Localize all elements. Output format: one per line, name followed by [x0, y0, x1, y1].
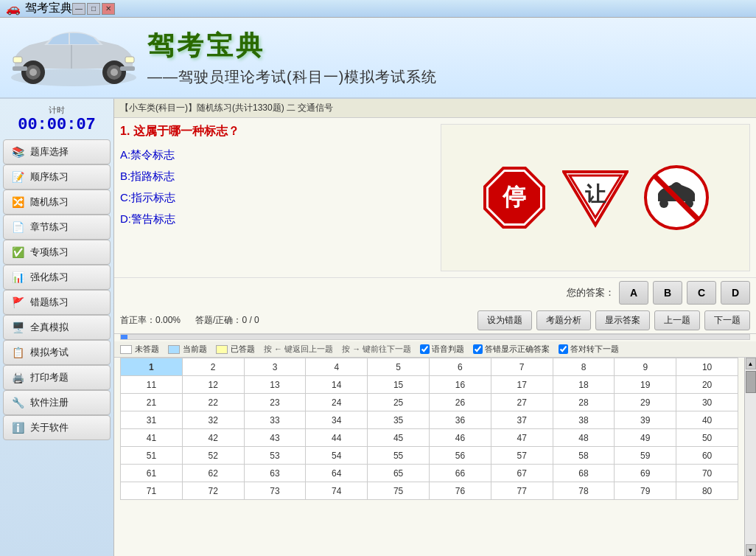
sidebar-btn-question-bank[interactable]: 📚题库选择	[3, 139, 111, 164]
scroll-thumb[interactable]	[746, 371, 756, 393]
grid-cell-48[interactable]: 48	[553, 429, 615, 447]
grid-cell-58[interactable]: 58	[553, 447, 615, 465]
sidebar-btn-chapter[interactable]: 📄章节练习	[3, 215, 111, 240]
grid-cell-57[interactable]: 57	[491, 447, 553, 465]
answer-btn-A[interactable]: A	[619, 281, 648, 305]
grid-cell-69[interactable]: 69	[615, 465, 676, 482]
question-grid[interactable]: 1234567891011121314151617181920212223242…	[114, 358, 744, 556]
audio-checkbox[interactable]: 语音判题	[420, 344, 464, 355]
grid-cell-36[interactable]: 36	[429, 411, 491, 429]
grid-cell-63[interactable]: 63	[244, 465, 306, 482]
grid-cell-74[interactable]: 74	[306, 482, 368, 500]
show-correct-check[interactable]	[473, 344, 483, 354]
grid-cell-45[interactable]: 45	[368, 429, 430, 447]
grid-cell-33[interactable]: 33	[244, 411, 306, 429]
grid-cell-65[interactable]: 65	[368, 465, 430, 482]
grid-cell-80[interactable]: 80	[676, 482, 738, 500]
action-btn-analysis[interactable]: 考题分析	[536, 310, 591, 330]
grid-cell-29[interactable]: 29	[615, 394, 676, 411]
grid-cell-12[interactable]: 12	[182, 376, 244, 394]
grid-cell-30[interactable]: 30	[676, 394, 738, 411]
grid-cell-25[interactable]: 25	[368, 394, 430, 411]
grid-cell-75[interactable]: 75	[368, 482, 430, 500]
sidebar-btn-intensive[interactable]: 📊强化练习	[3, 265, 111, 290]
grid-cell-27[interactable]: 27	[491, 394, 553, 411]
grid-cell-8[interactable]: 8	[553, 358, 615, 376]
answer-btn-C[interactable]: C	[687, 281, 716, 305]
grid-cell-53[interactable]: 53	[244, 447, 306, 465]
grid-cell-1[interactable]: 1	[121, 358, 183, 376]
grid-cell-52[interactable]: 52	[182, 447, 244, 465]
grid-cell-15[interactable]: 15	[368, 376, 430, 394]
grid-cell-56[interactable]: 56	[429, 447, 491, 465]
grid-cell-79[interactable]: 79	[615, 482, 676, 500]
grid-cell-50[interactable]: 50	[676, 429, 738, 447]
grid-cell-60[interactable]: 60	[676, 447, 738, 465]
grid-cell-16[interactable]: 16	[429, 376, 491, 394]
close-button[interactable]: ✕	[102, 3, 115, 15]
action-btn-next[interactable]: 下一题	[704, 310, 750, 330]
answer-btn-D[interactable]: D	[721, 281, 750, 305]
grid-cell-72[interactable]: 72	[182, 482, 244, 500]
grid-scrollbar[interactable]: ▲ ▼	[744, 358, 756, 556]
grid-cell-3[interactable]: 3	[244, 358, 306, 376]
sidebar-btn-print[interactable]: 🖨️打印考题	[3, 365, 111, 390]
grid-cell-21[interactable]: 21	[121, 394, 183, 411]
grid-cell-23[interactable]: 23	[244, 394, 306, 411]
minimize-button[interactable]: —	[72, 3, 85, 15]
grid-cell-68[interactable]: 68	[553, 465, 615, 482]
grid-cell-70[interactable]: 70	[676, 465, 738, 482]
option-C[interactable]: C:指示标志	[120, 191, 433, 205]
grid-cell-43[interactable]: 43	[244, 429, 306, 447]
sidebar-btn-mock[interactable]: 📋模拟考试	[3, 340, 111, 365]
grid-cell-14[interactable]: 14	[306, 376, 368, 394]
grid-cell-40[interactable]: 40	[676, 411, 738, 429]
grid-cell-42[interactable]: 42	[182, 429, 244, 447]
show-correct-checkbox[interactable]: 答错显示正确答案	[473, 344, 550, 355]
grid-cell-32[interactable]: 32	[182, 411, 244, 429]
grid-cell-38[interactable]: 38	[553, 411, 615, 429]
grid-cell-59[interactable]: 59	[615, 447, 676, 465]
grid-cell-17[interactable]: 17	[491, 376, 553, 394]
grid-cell-54[interactable]: 54	[306, 447, 368, 465]
grid-cell-78[interactable]: 78	[553, 482, 615, 500]
audio-check[interactable]	[420, 344, 430, 354]
auto-next-checkbox[interactable]: 答对转下一题	[559, 344, 619, 355]
grid-cell-19[interactable]: 19	[615, 376, 676, 394]
answer-btn-B[interactable]: B	[653, 281, 682, 305]
grid-cell-71[interactable]: 71	[121, 482, 183, 500]
grid-cell-47[interactable]: 47	[491, 429, 553, 447]
action-btn-show-answer[interactable]: 显示答案	[595, 310, 650, 330]
grid-cell-22[interactable]: 22	[182, 394, 244, 411]
grid-cell-28[interactable]: 28	[553, 394, 615, 411]
grid-cell-61[interactable]: 61	[121, 465, 183, 482]
action-btn-prev[interactable]: 上一题	[654, 310, 700, 330]
sidebar-btn-register[interactable]: 🔧软件注册	[3, 390, 111, 415]
grid-cell-4[interactable]: 4	[306, 358, 368, 376]
grid-cell-24[interactable]: 24	[306, 394, 368, 411]
grid-cell-64[interactable]: 64	[306, 465, 368, 482]
grid-cell-46[interactable]: 46	[429, 429, 491, 447]
sidebar-btn-about[interactable]: ℹ️关于软件	[3, 415, 111, 440]
grid-cell-20[interactable]: 20	[676, 376, 738, 394]
grid-cell-37[interactable]: 37	[491, 411, 553, 429]
grid-cell-2[interactable]: 2	[182, 358, 244, 376]
sidebar-btn-special[interactable]: ✅专项练习	[3, 240, 111, 265]
option-A[interactable]: A:禁令标志	[120, 148, 433, 162]
scroll-up-arrow[interactable]: ▲	[746, 358, 756, 369]
grid-cell-77[interactable]: 77	[491, 482, 553, 500]
option-D[interactable]: D:警告标志	[120, 212, 433, 226]
sidebar-btn-wrong[interactable]: 🚩错题练习	[3, 290, 111, 315]
grid-cell-11[interactable]: 11	[121, 376, 183, 394]
grid-cell-55[interactable]: 55	[368, 447, 430, 465]
grid-cell-49[interactable]: 49	[615, 429, 676, 447]
grid-cell-67[interactable]: 67	[491, 465, 553, 482]
option-B[interactable]: B:指路标志	[120, 170, 433, 184]
sidebar-btn-fullsim[interactable]: 🖥️全真模拟	[3, 315, 111, 340]
grid-cell-73[interactable]: 73	[244, 482, 306, 500]
maximize-button[interactable]: □	[87, 3, 100, 15]
sidebar-btn-sequential[interactable]: 📝顺序练习	[3, 164, 111, 190]
grid-cell-66[interactable]: 66	[429, 465, 491, 482]
grid-cell-44[interactable]: 44	[306, 429, 368, 447]
grid-cell-18[interactable]: 18	[553, 376, 615, 394]
